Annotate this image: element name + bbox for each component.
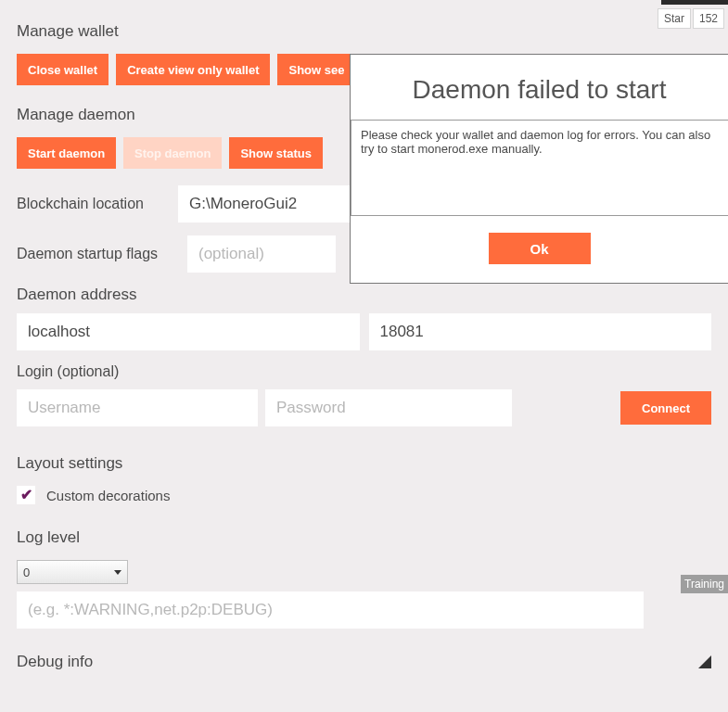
stop-daemon-button: Stop daemon (123, 137, 222, 169)
log-level-header: Log level (17, 528, 711, 547)
debug-info-header: Debug info (17, 653, 93, 671)
show-seed-button[interactable]: Show see (277, 54, 355, 85)
connect-button[interactable]: Connect (620, 391, 711, 425)
close-wallet-button[interactable]: Close wallet (17, 54, 109, 85)
custom-decorations-row: ✔ Custom decorations (17, 486, 711, 504)
debug-info-row: Debug info (17, 653, 711, 671)
daemon-failed-dialog: Daemon failed to start Please check your… (350, 54, 728, 284)
daemon-port-input[interactable] (369, 313, 712, 350)
log-level-select[interactable]: 0 (17, 560, 128, 584)
log-level-value: 0 (23, 566, 30, 579)
username-input[interactable] (17, 389, 258, 426)
chevron-down-icon (114, 570, 121, 575)
daemon-address-row (17, 313, 711, 350)
blockchain-location-label: Blockchain location (17, 196, 165, 212)
dialog-title: Daemon failed to start (351, 55, 728, 120)
custom-decorations-label: Custom decorations (46, 488, 170, 503)
daemon-address-label: Daemon address (17, 286, 711, 304)
check-icon: ✔ (20, 488, 32, 502)
daemon-host-input[interactable] (17, 313, 360, 350)
blockchain-location-input[interactable] (178, 185, 354, 222)
star-count: 152 (699, 12, 718, 25)
show-status-button[interactable]: Show status (229, 137, 323, 169)
login-row: Connect (17, 389, 711, 426)
window-frame-fragment (661, 0, 728, 5)
dialog-body: Please check your wallet and daemon log … (351, 120, 728, 216)
resize-handle-icon[interactable] (698, 655, 711, 668)
create-view-only-wallet-button[interactable]: Create view only wallet (116, 54, 270, 85)
manage-wallet-header: Manage wallet (17, 22, 711, 41)
training-badge[interactable]: Training (681, 575, 728, 593)
start-daemon-button[interactable]: Start daemon (17, 137, 116, 169)
log-filter-input[interactable] (17, 591, 644, 629)
star-count-badge: 152 (693, 8, 724, 29)
star-label: Star (664, 12, 684, 25)
password-input[interactable] (265, 389, 512, 426)
layout-settings-header: Layout settings (17, 454, 711, 473)
custom-decorations-checkbox[interactable]: ✔ (17, 486, 35, 504)
star-button[interactable]: Star (658, 8, 691, 29)
ok-button[interactable]: Ok (489, 233, 591, 264)
daemon-flags-input[interactable] (187, 235, 336, 273)
login-optional-label: Login (optional) (17, 363, 711, 380)
dialog-footer: Ok (351, 233, 728, 283)
daemon-flags-label: Daemon startup flags (17, 246, 174, 262)
